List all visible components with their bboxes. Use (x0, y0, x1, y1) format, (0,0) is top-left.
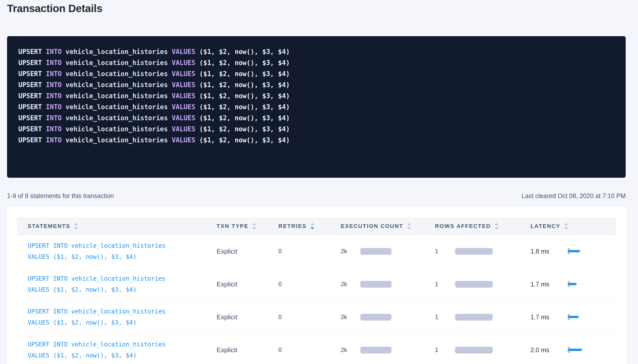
rows-affected-value: 1 (435, 314, 455, 321)
latency-chart (568, 346, 585, 354)
sql-code-line: UPSERT INTO vehicle_location_histories V… (18, 79, 614, 90)
sort-asc-icon (311, 223, 314, 225)
retries-cell: 0 (278, 314, 341, 321)
latency-value: 1.7 ms (530, 314, 568, 321)
rows-affected-cell: 1 (435, 346, 530, 353)
execution-count-cell: 2k (341, 314, 435, 321)
latency-bar (568, 349, 582, 351)
column-header-label: RETRIES (278, 223, 307, 229)
statement-link[interactable]: UPSERT INTO vehicle_location_histories (28, 273, 217, 284)
page-title: Transaction Details (7, 3, 102, 15)
statement-cell: UPSERT INTO vehicle_location_histories V… (17, 306, 217, 328)
rows-affected-value: 1 (435, 281, 455, 288)
execution-count-bar (360, 248, 391, 255)
column-header-retries[interactable]: RETRIES (278, 223, 341, 229)
execution-count-bar (360, 281, 391, 288)
latency-bar (568, 250, 580, 252)
sort-asc-icon (495, 223, 498, 225)
statement-cell: UPSERT INTO vehicle_location_histories V… (17, 273, 217, 295)
latency-value: 1.8 ms (530, 248, 568, 255)
statement-link[interactable]: UPSERT INTO vehicle_location_histories (28, 339, 217, 350)
latency-chart (568, 280, 585, 288)
statement-cell: UPSERT INTO vehicle_location_histories V… (17, 339, 217, 361)
txn-type-cell: Explicit (217, 248, 278, 255)
column-header-execution_count[interactable]: EXECUTION COUNT (341, 223, 435, 229)
latency-cell: 2.0 ms (530, 346, 616, 354)
statement-link[interactable]: VALUES ($1, $2, now(), $3, $4) (28, 317, 217, 328)
last-cleared-text: Last cleared Oct 08, 2020 at 7:10 PM (522, 192, 626, 200)
sql-code-line: UPSERT INTO vehicle_location_histories V… (18, 112, 614, 124)
rows-affected-bar (455, 347, 493, 353)
txn-type-cell: Explicit (217, 313, 278, 321)
sort-icons (311, 223, 314, 229)
sort-icons (495, 223, 498, 229)
execution-count-cell: 2k (341, 346, 435, 353)
execution-count-value: 2k (341, 281, 360, 288)
sort-asc-icon (564, 223, 568, 225)
sql-code-line: UPSERT INTO vehicle_location_histories V… (18, 101, 614, 112)
sort-icons (564, 223, 568, 229)
latency-bar (568, 316, 579, 318)
sort-desc-icon (564, 227, 568, 229)
rows-affected-bar (455, 281, 493, 288)
statements-summary-row: 1-9 of 9 statements for this transaction… (7, 192, 626, 200)
execution-count-value: 2k (341, 314, 360, 321)
rows-affected-value: 1 (435, 346, 455, 353)
rows-affected-value: 1 (435, 248, 455, 255)
statement-link[interactable]: VALUES ($1, $2, now(), $3, $4) (28, 251, 217, 262)
column-header-label: STATEMENTS (28, 223, 70, 229)
column-header-statements[interactable]: STATEMENTS (17, 223, 217, 229)
execution-count-bar (360, 314, 391, 321)
sort-desc-icon (311, 227, 314, 229)
column-header-txn_type[interactable]: TXN TYPE (217, 223, 278, 229)
column-header-label: ROWS AFFECTED (435, 223, 491, 229)
sql-code-block: UPSERT INTO vehicle_location_histories V… (7, 36, 626, 178)
retries-cell: 0 (278, 346, 341, 353)
statement-link[interactable]: VALUES ($1, $2, now(), $3, $4) (28, 350, 217, 361)
retries-cell: 0 (278, 248, 341, 255)
statement-cell: UPSERT INTO vehicle_location_histories V… (17, 240, 217, 262)
latency-bar (568, 283, 577, 285)
table-row: UPSERT INTO vehicle_location_histories V… (17, 301, 616, 334)
retries-cell: 0 (278, 281, 341, 288)
latency-value: 1.7 ms (530, 281, 568, 288)
column-header-latency[interactable]: LATENCY (530, 223, 616, 229)
execution-count-cell: 2k (341, 281, 435, 288)
latency-value: 2.0 ms (530, 346, 568, 354)
statement-link[interactable]: VALUES ($1, $2, now(), $3, $4) (28, 284, 217, 295)
execution-count-bar (360, 347, 391, 353)
sql-code-line: UPSERT INTO vehicle_location_histories V… (18, 135, 614, 146)
sort-desc-icon (407, 227, 411, 229)
sort-icons (407, 223, 411, 229)
sort-asc-icon (74, 223, 78, 225)
statement-link[interactable]: UPSERT INTO vehicle_location_histories (28, 240, 217, 251)
statements-table-card: STATEMENTS TXN TYPE RETRIES EXECUTION CO… (7, 207, 626, 364)
sql-code-line: UPSERT INTO vehicle_location_histories V… (18, 90, 614, 101)
table-row: UPSERT INTO vehicle_location_histories V… (17, 235, 616, 268)
column-header-label: TXN TYPE (217, 223, 249, 229)
statements-table: STATEMENTS TXN TYPE RETRIES EXECUTION CO… (17, 217, 616, 364)
column-header-rows_affected[interactable]: ROWS AFFECTED (435, 223, 530, 229)
table-row: UPSERT INTO vehicle_location_histories V… (17, 268, 616, 301)
statement-link[interactable]: UPSERT INTO vehicle_location_histories (28, 306, 217, 317)
sort-desc-icon (74, 227, 78, 229)
sql-code-line: UPSERT INTO vehicle_location_histories V… (18, 68, 614, 79)
sort-desc-icon (253, 227, 256, 229)
latency-chart (568, 248, 585, 255)
column-header-label: LATENCY (530, 223, 560, 229)
txn-type-cell: Explicit (217, 280, 278, 288)
column-header-label: EXECUTION COUNT (341, 223, 403, 229)
table-body: UPSERT INTO vehicle_location_histories V… (17, 235, 616, 364)
rows-affected-cell: 1 (435, 248, 530, 255)
latency-chart (568, 313, 585, 321)
sql-code-line: UPSERT INTO vehicle_location_histories V… (18, 57, 614, 68)
sort-asc-icon (253, 223, 256, 225)
execution-count-cell: 2k (341, 248, 435, 255)
sql-code-line: UPSERT INTO vehicle_location_histories V… (18, 124, 614, 135)
execution-count-value: 2k (341, 346, 360, 353)
latency-cell: 1.7 ms (530, 313, 616, 321)
txn-type-cell: Explicit (217, 346, 278, 354)
sort-icons (253, 223, 256, 229)
latency-cell: 1.8 ms (530, 248, 616, 255)
table-header-row: STATEMENTS TXN TYPE RETRIES EXECUTION CO… (17, 217, 616, 235)
